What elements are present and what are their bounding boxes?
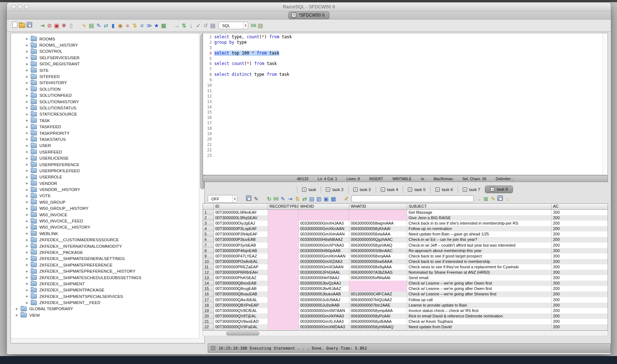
- table-cell[interactable]: 0033000000GmXHJAA3: [299, 221, 349, 226]
- table-cell[interactable]: Follow up call: [407, 297, 552, 303]
- export-results-icon[interactable]: ⊞: [482, 196, 489, 202]
- grid-scrollbar-thumb[interactable]: [226, 332, 259, 335]
- table-cell[interactable]: Need update from Bain – gave go ahead 1/…: [407, 231, 552, 237]
- disclosure-triangle-icon[interactable]: ▶: [25, 213, 29, 216]
- tree-item-table[interactable]: ▶SITE: [11, 67, 199, 73]
- disclosure-triangle-icon[interactable]: ▶: [25, 119, 29, 122]
- disclosure-triangle-icon[interactable]: ▶: [25, 94, 29, 97]
- disclosure-triangle-icon[interactable]: ▶: [25, 207, 29, 210]
- table-cell[interactable]: Leanne to provide update to Bain: [407, 303, 552, 308]
- table-cell[interactable]: 200: [552, 291, 608, 297]
- table-cell[interactable]: Check-in w/ Jeff – couldn't afford last …: [407, 243, 552, 248]
- tree-item-table[interactable]: ▶TASKSTATUS: [11, 136, 199, 142]
- row-number-cell[interactable]: 19: [203, 308, 214, 313]
- disclosure-triangle-icon[interactable]: ▶: [25, 50, 29, 53]
- copy-file-icon[interactable]: ▣: [53, 22, 60, 29]
- close-tab-icon[interactable]: ×: [408, 187, 412, 192]
- find-next-icon[interactable]: →: [475, 196, 482, 202]
- table-cell[interactable]: 00T3000000QV8wsEAD: [214, 319, 268, 324]
- tree-item-table[interactable]: ▶SOLUTIONFEED: [11, 92, 199, 99]
- save-grid-icon[interactable]: [497, 195, 504, 202]
- table-cell[interactable]: 200: [552, 259, 608, 264]
- table-cell[interactable]: [299, 215, 349, 221]
- disclosure-triangle-icon[interactable]: ▶: [25, 238, 29, 242]
- table-cell[interactable]: 00T3000000QV9FaEAL: [214, 324, 268, 330]
- disclosure-triangle-icon[interactable]: ▶: [25, 257, 29, 260]
- table-cell[interactable]: 00T3000000QBXPeEAP: [214, 303, 268, 308]
- row-number-cell[interactable]: 18: [203, 303, 214, 308]
- table-cell[interactable]: 200: [552, 286, 608, 291]
- table-cell[interactable]: 00T3000000Q8rugEAB: [214, 286, 268, 291]
- close-tab-icon[interactable]: ×: [381, 187, 385, 192]
- table-cell[interactable]: 200: [552, 297, 608, 303]
- row-number-cell[interactable]: 13: [203, 275, 214, 281]
- table-cell[interactable]: 200: [552, 221, 608, 226]
- table-cell[interactable]: Check back to see if interested in membe…: [407, 259, 552, 264]
- open-folder-icon[interactable]: [18, 22, 26, 29]
- close-doc-icon[interactable]: ×: [292, 13, 296, 17]
- table-cell[interactable]: 00T3000000OiyJgEAJ: [214, 221, 268, 226]
- tree-item-table[interactable]: ▶ROOMS__HISTORY: [11, 42, 199, 48]
- result-tab[interactable]: ×task 5: [403, 186, 431, 193]
- disclosure-triangle-icon[interactable]: ▶: [25, 131, 29, 135]
- table-cell[interactable]: Rick to email David & reference Delmonte…: [407, 313, 552, 319]
- tree-item-table[interactable]: ▶ZKFEDEX__SHIPMATEPREFERENCE__HISTORY: [11, 268, 199, 274]
- table-cell[interactable]: [268, 254, 299, 259]
- disclosure-triangle-icon[interactable]: ▶: [25, 188, 29, 191]
- disclosure-triangle-icon[interactable]: ▶: [25, 226, 29, 229]
- grid-header-cell[interactable]: ID: [214, 204, 268, 209]
- close-tab-icon[interactable]: ×: [490, 187, 495, 191]
- disclosure-triangle-icon[interactable]: ▶: [25, 37, 29, 40]
- grid-header-cell[interactable]: SUBJECT: [407, 204, 552, 209]
- disclosure-triangle-icon[interactable]: ▶: [25, 176, 29, 179]
- close-tab-icon[interactable]: ×: [302, 187, 306, 192]
- title-bar[interactable]: RazorSQL - SFDCW50 II: [7, 3, 611, 11]
- execute-fetch-icon[interactable]: ↓: [187, 22, 195, 29]
- row-number-cell[interactable]: 17: [203, 297, 214, 303]
- grid-header-cell[interactable]: WHOID: [299, 204, 349, 209]
- disclosure-triangle-icon[interactable]: ▶: [25, 244, 29, 248]
- table-cell[interactable]: 0033000000H9aNBAAZ: [299, 237, 349, 242]
- result-tab[interactable]: ×task 8: [485, 186, 513, 193]
- disclosure-triangle-icon[interactable]: ▶: [25, 144, 29, 147]
- tree-item-table[interactable]: ▶ZKFEDEX__SHIPMENT__FEED: [11, 299, 199, 306]
- row-number-cell[interactable]: 9: [203, 254, 214, 259]
- result-tab[interactable]: ×task 4: [376, 186, 404, 193]
- tree-item-table[interactable]: ▶ZKFEDEX__SHIPMATESCHEDULEDJOBSSETTINGS: [11, 274, 199, 281]
- row-number-cell[interactable]: 7: [203, 243, 214, 248]
- edit-grid-icon[interactable]: ✎: [253, 196, 260, 202]
- table-cell[interactable]: 0033000000GmXPYAA3: [299, 243, 349, 248]
- table-cell[interactable]: 00630000005S0bnAAC: [349, 248, 407, 254]
- table-cell[interactable]: 00T3000000L0RknEAF: [214, 210, 268, 215]
- table-cell[interactable]: 0033000000H9i0pAAB: [299, 248, 349, 254]
- editor-vertical-scrollbar[interactable]: [603, 33, 608, 175]
- table-cell[interactable]: 0033000000GmXKnAAN: [299, 226, 349, 231]
- language-select[interactable]: SQL▲▼: [219, 22, 248, 29]
- history-icon[interactable]: ▤: [209, 22, 216, 29]
- table-cell[interactable]: [268, 248, 299, 254]
- execute-all-icon[interactable]: ⇅: [180, 22, 187, 29]
- tree-item-root[interactable]: ▶VIEW: [11, 312, 199, 318]
- tree-item-table[interactable]: ▶SOLUTION: [11, 86, 199, 92]
- close-tab-icon[interactable]: ×: [326, 187, 330, 192]
- table-cell[interactable]: 006300000058ypVAAQ: [349, 243, 407, 248]
- table-cell[interactable]: 00T3000000Q8sauEAB: [214, 291, 268, 297]
- row-number-cell[interactable]: 20: [203, 313, 214, 319]
- row-number-cell[interactable]: 10: [203, 259, 214, 264]
- disclosure-triangle-icon[interactable]: ▶: [25, 75, 29, 78]
- table-cell[interactable]: 00T3000000QV8TjEAL: [214, 313, 268, 319]
- table-cell[interactable]: 00T3000000Q8rexEAB: [214, 281, 268, 286]
- table-cell[interactable]: 00T3000000PfvKSEAZ: [214, 275, 268, 281]
- table-cell[interactable]: 0033000000GmXKPAA3: [299, 313, 349, 319]
- table-cell[interactable]: 006300000058yPzAAI: [349, 313, 407, 319]
- table-cell[interactable]: 00630000005xfWaAAI: [349, 275, 407, 281]
- grid-horizontal-scrollbar[interactable]: [203, 330, 608, 336]
- fetch-more-icon[interactable]: ↓: [504, 196, 511, 202]
- table-cell[interactable]: [268, 313, 299, 319]
- table-cell[interactable]: 0033000000JbukoAAB: [299, 291, 349, 297]
- tree-item-table[interactable]: ▶USERFEED: [11, 149, 199, 155]
- tree-item-table[interactable]: ▶ZKFEDEX__SHIPMENT: [11, 281, 199, 287]
- table-cell[interactable]: 0033000000Ju9J9AAJ: [299, 297, 349, 303]
- tree-item-table[interactable]: ▶USERPREFERENCE: [11, 161, 199, 168]
- execute-icon[interactable]: →: [173, 22, 180, 29]
